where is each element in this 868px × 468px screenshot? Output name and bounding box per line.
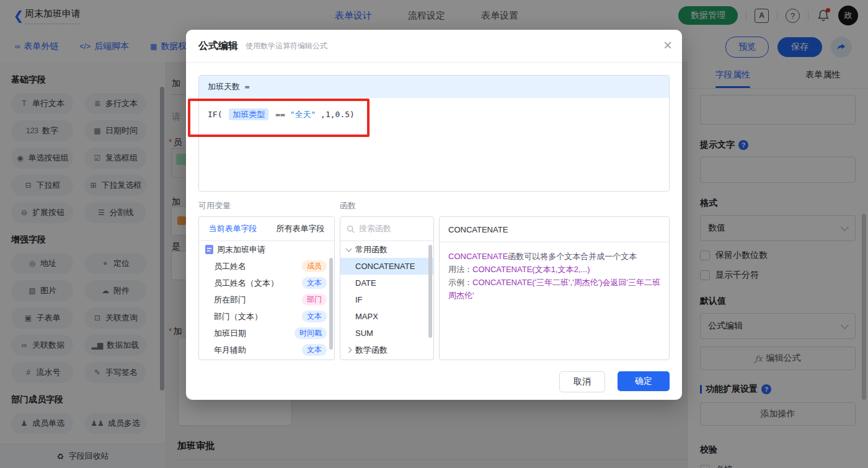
- formula-editor-modal: 公式编辑 使用数学运算符编辑公式 × 加班天数 = IF( 加班类型 == "全…: [186, 30, 682, 400]
- function-group-row[interactable]: 数学函数: [340, 342, 433, 358]
- function-list: CONCATENATEDATEIFMAPXSUM: [340, 258, 433, 342]
- formula-editor[interactable]: 加班天数 = IF( 加班类型 == "全天" ,1,0.5): [198, 75, 670, 192]
- form-icon: [205, 245, 213, 254]
- search-icon: [347, 225, 355, 233]
- variable-row[interactable]: 加班日期 时间戳: [199, 325, 334, 342]
- variable-name: 员工姓名（文本）: [214, 278, 278, 289]
- function-group-label: 数学函数: [355, 345, 388, 356]
- modal-title: 公式编辑: [198, 40, 238, 53]
- variables-label: 可用变量: [198, 200, 340, 211]
- variable-type-badge: 部门: [302, 294, 327, 306]
- function-search[interactable]: 搜索函数: [340, 217, 433, 241]
- variable-row[interactable]: 部门（文本） 文本: [199, 308, 334, 325]
- variable-name: 员工姓名: [214, 261, 246, 272]
- variables-tabs: 当前表单字段所有表单字段: [199, 217, 334, 241]
- doc-description: CONCATENATE函数可以将多个文本合并成一个文本: [448, 250, 660, 263]
- variable-type-badge: 文本: [302, 277, 327, 289]
- formula-target: 加班天数 =: [199, 76, 669, 98]
- function-doc-title: CONCATENATE: [440, 217, 669, 242]
- variables-panel: 当前表单字段所有表单字段 周末加班申请 员工姓名 成员: [198, 216, 335, 360]
- doc-example: 示例：CONCATENATE('三年二班','周杰伦')会返回'三年二班周杰伦': [448, 276, 660, 302]
- form-root-row[interactable]: 周末加班申请: [199, 241, 334, 258]
- variable-name: 加班日期: [214, 328, 246, 339]
- variable-row[interactable]: 员工姓名 成员: [199, 258, 334, 275]
- search-placeholder: 搜索函数: [359, 223, 391, 234]
- modal-body: 加班天数 = IF( 加班类型 == "全天" ,1,0.5) 可用变量 函数 …: [186, 63, 682, 392]
- formula-operator: ==: [275, 110, 285, 119]
- formula-prefix: IF(: [208, 110, 222, 119]
- function-doc-body: CONCATENATE函数可以将多个文本合并成一个文本 用法：CONCATENA…: [440, 242, 669, 309]
- confirm-button[interactable]: 确定: [618, 371, 670, 391]
- function-group-label: 常用函数: [355, 244, 388, 255]
- function-item[interactable]: IF: [340, 291, 433, 308]
- panel-labels: 可用变量 函数: [198, 200, 670, 211]
- app-screen: ❮ 周末加班申请 表单设计流程设定表单设置 数据管理 A ? 政 ∞ 表单: [0, 0, 868, 468]
- variable-type-badge: 文本: [302, 344, 327, 356]
- variable-type-badge: 成员: [302, 260, 327, 272]
- function-group-row[interactable]: 常用函数: [340, 241, 433, 258]
- variable-list: 员工姓名 成员 员工姓名（文本） 文本 所在部门 部门: [199, 258, 334, 358]
- variable-name: 部门（文本）: [214, 311, 262, 322]
- variable-type-badge: 时间戳: [294, 327, 327, 339]
- doc-usage: 用法：CONCATENATE(文本1,文本2,...): [448, 263, 660, 276]
- modal-subtitle: 使用数学运算符编辑公式: [246, 41, 327, 51]
- formula-string: "全天": [290, 110, 316, 119]
- function-group-row[interactable]: 文本函数: [340, 358, 433, 360]
- function-item[interactable]: MAPX: [340, 308, 433, 325]
- caret-down-icon: [346, 245, 352, 252]
- function-doc-panel: CONCATENATE CONCATENATE函数可以将多个文本合并成一个文本 …: [439, 216, 670, 360]
- functions-label: 函数: [340, 200, 439, 211]
- functions-panel: 搜索函数 常用函数 CONCATENATEDATEIFMAPXSUM: [340, 216, 434, 360]
- function-groups-collapsed: 数学函数 文本函数: [340, 342, 433, 360]
- variable-type-badge: 文本: [302, 311, 327, 322]
- panels: 当前表单字段所有表单字段 周末加班申请 员工姓名 成员: [198, 216, 670, 360]
- function-item[interactable]: CONCATENATE: [340, 258, 433, 275]
- function-item[interactable]: DATE: [340, 275, 433, 291]
- modal-footer: 取消 确定: [198, 371, 670, 392]
- variables-tab[interactable]: 当前表单字段: [199, 217, 267, 241]
- variable-row[interactable]: 所在部门 部门: [199, 291, 334, 308]
- variable-name: 年月辅助: [214, 345, 246, 356]
- variables-tab[interactable]: 所有表单字段: [267, 217, 334, 241]
- cancel-button[interactable]: 取消: [559, 371, 605, 392]
- formula-field-chip[interactable]: 加班类型: [229, 108, 268, 120]
- functions-scrollbar[interactable]: [428, 245, 432, 338]
- modal-header: 公式编辑 使用数学运算符编辑公式 ×: [186, 30, 682, 63]
- variable-row[interactable]: 年月辅助 文本: [199, 342, 334, 358]
- formula-expression[interactable]: IF( 加班类型 == "全天" ,1,0.5): [199, 98, 669, 131]
- caret-right-icon: [346, 347, 352, 353]
- function-item[interactable]: SUM: [340, 325, 433, 342]
- form-name: 周末加班申请: [217, 244, 265, 255]
- variable-name: 所在部门: [214, 294, 246, 306]
- variable-row[interactable]: 员工姓名（文本） 文本: [199, 275, 334, 291]
- variables-scrollbar[interactable]: [329, 258, 333, 350]
- formula-suffix: ,1,0.5): [321, 110, 355, 119]
- close-icon[interactable]: ×: [663, 37, 672, 54]
